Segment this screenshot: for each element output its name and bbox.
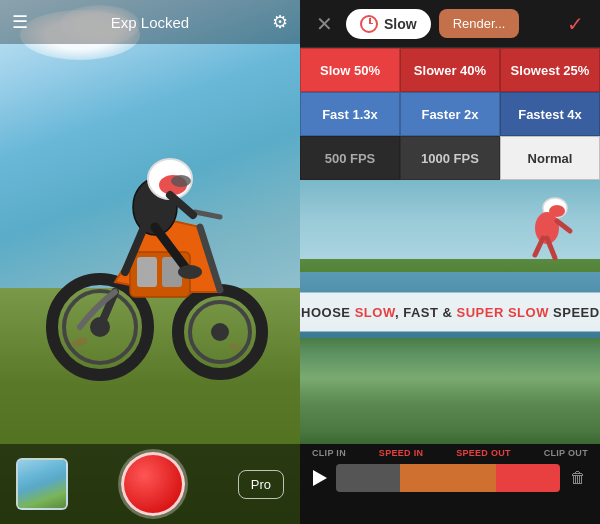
speed-cell-slower40[interactable]: Slower 40% [400, 48, 500, 92]
svg-line-28 [535, 238, 543, 255]
play-button[interactable] [308, 466, 332, 490]
play-icon [313, 470, 327, 486]
menu-icon[interactable]: ☰ [12, 11, 28, 33]
speed-banner: CHOOSE SLOW, FAST & SUPER SLOW SPEEDS [300, 293, 600, 332]
speed-cell-fastest4x[interactable]: Fastest 4x [500, 92, 600, 136]
settings-icon[interactable]: ⚙ [272, 11, 288, 33]
delete-button[interactable]: 🗑 [564, 464, 592, 492]
right-panel: ✕ Slow Render... ✓ Slow 50% Slower 40% S… [300, 0, 600, 524]
svg-point-19 [178, 265, 202, 279]
label-clip-out: CLIP OUT [544, 448, 588, 458]
svg-point-16 [171, 175, 191, 187]
record-button[interactable] [121, 452, 185, 516]
speed-cell-slow50[interactable]: Slow 50% [300, 48, 400, 92]
svg-point-22 [228, 343, 241, 352]
speed-cell-slowest25[interactable]: Slowest 25% [500, 48, 600, 92]
preview-rider-figure [525, 193, 585, 273]
close-icon: ✕ [316, 12, 333, 36]
track-segment-red [496, 464, 560, 492]
banner-slow: SLOW [355, 305, 395, 320]
trash-icon: 🗑 [570, 469, 586, 487]
label-clip-in: CLIP IN [312, 448, 346, 458]
banner-super-slow: SUPER SLOW [457, 305, 549, 320]
thumb-image [18, 460, 66, 508]
svg-rect-8 [137, 257, 157, 287]
pro-button[interactable]: Pro [238, 470, 284, 499]
header-title: Exp Locked [111, 14, 189, 31]
left-bottom-bar: Pro [0, 444, 300, 524]
speed-cell-normal[interactable]: Normal [500, 136, 600, 180]
render-button[interactable]: Render... [439, 9, 520, 38]
banner-amp: & [438, 305, 456, 320]
banner-comma-fast: , FAST [395, 305, 438, 320]
speed-cell-1000fps[interactable]: 1000 FPS [400, 136, 500, 180]
thumbnail[interactable] [16, 458, 68, 510]
svg-line-12 [195, 212, 220, 217]
banner-choose: CHOOSE [300, 305, 355, 320]
banner-speeds: SPEEDS [549, 305, 600, 320]
left-header: ☰ Exp Locked ⚙ [0, 0, 300, 44]
slow-label: Slow [384, 16, 417, 32]
close-button[interactable]: ✕ [308, 8, 340, 40]
speed-cell-500fps[interactable]: 500 FPS [300, 136, 400, 180]
preview-area: CHOOSE SLOW, FAST & SUPER SLOW SPEEDS [300, 180, 600, 444]
track-segment-orange [400, 464, 496, 492]
motorbike-rider [10, 50, 290, 444]
clock-icon [360, 15, 378, 33]
track-segment-gray [336, 464, 400, 492]
speed-cell-faster2x[interactable]: Faster 2x [400, 92, 500, 136]
timeline-area: CLIP IN SPEED IN SPEED OUT CLIP OUT 🗑 [300, 444, 600, 524]
right-header: ✕ Slow Render... ✓ [300, 0, 600, 48]
label-speed-out: SPEED OUT [456, 448, 511, 458]
svg-line-26 [557, 221, 570, 231]
speed-banner-text: CHOOSE SLOW, FAST & SUPER SLOW SPEEDS [300, 305, 600, 320]
speed-cell-fast13x[interactable]: Fast 1.3x [300, 92, 400, 136]
svg-point-21 [71, 336, 89, 349]
timeline-track-row: 🗑 [308, 462, 592, 494]
slow-tab[interactable]: Slow [346, 9, 431, 39]
timeline-labels: CLIP IN SPEED IN SPEED OUT CLIP OUT [308, 448, 592, 460]
confirm-button[interactable]: ✓ [559, 8, 592, 40]
left-panel: ☰ Exp Locked ⚙ Pro [0, 0, 300, 524]
track-bar[interactable] [336, 464, 560, 492]
speed-grid: Slow 50% Slower 40% Slowest 25% Fast 1.3… [300, 48, 600, 180]
label-speed-in: SPEED IN [379, 448, 423, 458]
svg-point-5 [211, 323, 229, 341]
